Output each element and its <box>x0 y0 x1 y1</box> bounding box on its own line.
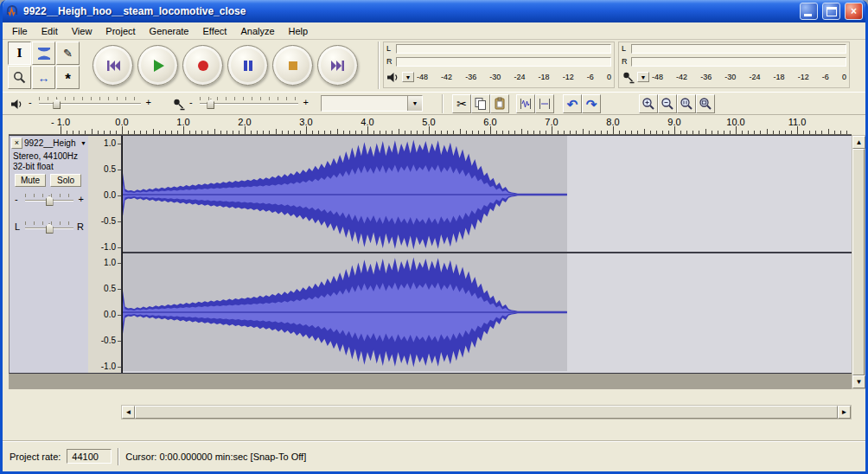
skip-to-end-icon <box>329 57 347 74</box>
menu-analyze[interactable]: Analyze <box>233 23 281 39</box>
timeline-tick <box>276 129 277 134</box>
magnifier-icon <box>13 71 26 84</box>
vertical-scrollbar[interactable]: ▲ ▼ <box>852 135 865 389</box>
output-meter-dropdown[interactable]: ▼ <box>402 72 414 82</box>
meter-scale-label: -24 <box>749 74 760 81</box>
timeline-tick <box>650 131 651 134</box>
timeshift-icon: ↔ <box>38 72 50 84</box>
record-button[interactable] <box>182 45 223 86</box>
vertical-ruler[interactable]: 1.00.50.0-0.5-1.01.00.50.0-0.5-1.0 <box>88 135 121 374</box>
timeline-tick <box>189 131 190 134</box>
scroll-down-button[interactable]: ▼ <box>852 375 865 388</box>
zoom-out-button[interactable] <box>658 94 677 113</box>
pause-button[interactable] <box>227 45 268 86</box>
hscroll-track[interactable] <box>135 406 838 419</box>
trim-outside-selection-button[interactable] <box>516 94 535 113</box>
copy-button[interactable] <box>471 94 490 113</box>
input-volume-slider[interactable]: - + <box>188 94 310 112</box>
vscroll-track[interactable] <box>852 149 865 375</box>
minimize-button[interactable] <box>800 3 818 20</box>
cut-button[interactable]: ✂ <box>452 94 471 113</box>
timeline-ruler[interactable]: - 1.00.01.02.03.04.05.06.07.08.09.010.01… <box>9 115 852 135</box>
skip-to-start-button[interactable] <box>93 45 133 86</box>
redo-button[interactable]: ↷ <box>582 94 601 113</box>
undo-button[interactable]: ↶ <box>563 94 582 113</box>
selection-tool-button[interactable]: I <box>8 42 31 65</box>
horizontal-scrollbar[interactable]: ◄ ► <box>121 405 852 420</box>
timeline-tick <box>355 131 356 134</box>
menu-view[interactable]: View <box>65 23 99 39</box>
timeline-tick <box>159 131 160 134</box>
meter-channel-label: L <box>386 45 393 53</box>
timeline-tick <box>447 131 448 134</box>
timeline-tick <box>527 131 528 134</box>
timeline-tick <box>601 131 602 134</box>
menu-help[interactable]: Help <box>282 23 316 39</box>
menu-project[interactable]: Project <box>99 23 142 39</box>
menu-file[interactable]: File <box>5 23 35 39</box>
timeline-tick <box>656 131 657 134</box>
input-meter-dropdown[interactable]: ▼ <box>637 72 649 82</box>
stop-button[interactable] <box>272 45 313 86</box>
track-title[interactable]: 9922__Heigh <box>24 138 79 148</box>
input-source-select[interactable]: ▼ <box>321 95 423 112</box>
menu-generate[interactable]: Generate <box>143 23 196 39</box>
scroll-up-button[interactable]: ▲ <box>852 136 865 149</box>
zoom-tool-button[interactable] <box>8 66 31 89</box>
scroll-right-button[interactable]: ► <box>838 406 851 419</box>
timeline-tick <box>674 126 675 134</box>
timeline-tick <box>521 129 522 134</box>
timeline-tick <box>508 131 509 134</box>
timeline-tick <box>201 131 202 134</box>
menu-effect[interactable]: Effect <box>195 23 233 39</box>
output-volume-slider[interactable]: - + <box>27 94 153 112</box>
zoom-in-icon <box>641 97 655 111</box>
timeline-tick <box>595 131 596 134</box>
maximize-button[interactable] <box>822 3 840 20</box>
fit-selection-button[interactable] <box>677 94 696 113</box>
play-button[interactable] <box>137 45 178 86</box>
vruler-label: 0.0 <box>104 191 116 200</box>
envelope-tool-button[interactable] <box>32 42 55 65</box>
skip-to-end-button[interactable] <box>317 45 358 86</box>
silence-selection-button[interactable] <box>535 94 554 113</box>
fit-project-button[interactable] <box>696 94 715 113</box>
menu-edit[interactable]: Edit <box>35 23 65 39</box>
timeline-tick <box>245 126 246 134</box>
track-menu-arrow-icon[interactable]: ▼ <box>80 140 86 146</box>
timeline-tick <box>607 131 608 134</box>
mute-button[interactable]: Mute <box>15 174 46 187</box>
record-icon <box>195 57 212 74</box>
zoom-out-icon <box>661 97 674 111</box>
track-sample-format: 32-bit float <box>13 162 54 171</box>
scroll-left-button[interactable]: ◄ <box>122 406 135 419</box>
gain-slider[interactable]: - + <box>13 191 86 208</box>
pan-slider[interactable]: L R <box>13 219 86 236</box>
paste-button[interactable] <box>490 94 509 113</box>
multi-tool-button[interactable]: * <box>56 66 80 89</box>
timeline-tick <box>484 131 485 134</box>
timeline-tick <box>349 131 350 134</box>
timeline-tick <box>631 131 632 134</box>
combo-dropdown-icon[interactable]: ▼ <box>407 96 422 111</box>
track-close-button[interactable]: × <box>11 138 22 149</box>
input-meter[interactable]: L R ▼ -48-42-36-30-24-18-12-60 <box>618 42 850 88</box>
speaker-icon <box>386 71 399 84</box>
vscroll-thumb[interactable] <box>852 149 865 375</box>
timeline-tick <box>429 126 430 134</box>
waveform-channel-left[interactable] <box>122 136 852 253</box>
draw-tool-button[interactable]: ✎ <box>56 42 80 65</box>
meter-scale-label: -12 <box>798 74 809 81</box>
output-meter[interactable]: L R ▼ -48-42-36-30-24-18-12-60 <box>383 42 615 88</box>
timeline-tick <box>570 131 571 134</box>
hscroll-thumb[interactable] <box>135 406 838 419</box>
zoom-in-button[interactable] <box>639 94 658 113</box>
timeline-tick <box>373 131 374 134</box>
solo-button[interactable]: Solo <box>50 174 81 187</box>
waveform-channel-right[interactable] <box>122 253 852 371</box>
timeshift-tool-button[interactable]: ↔ <box>32 66 55 89</box>
close-button[interactable]: × <box>845 3 863 20</box>
title-bar[interactable]: 9922__Heigh_hoo__steam_locomotive_close … <box>0 0 868 22</box>
project-rate-field[interactable]: 44100 <box>67 449 112 464</box>
meter-scale-label: 0 <box>842 74 846 81</box>
